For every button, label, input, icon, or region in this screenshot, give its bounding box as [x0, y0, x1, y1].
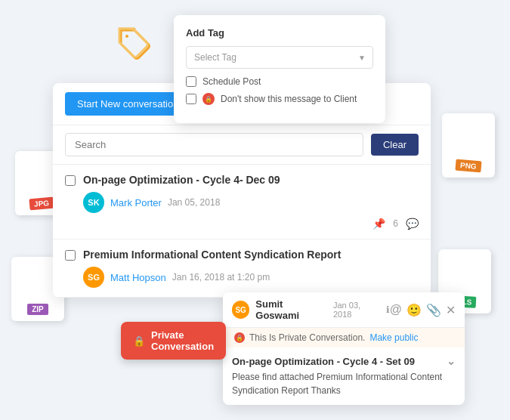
- date-1: Jan 05, 2018: [168, 197, 220, 208]
- search-bar: Clear: [53, 125, 431, 165]
- table-row[interactable]: Premium Informational Content Syndicatio…: [53, 239, 431, 298]
- conversation-meta-2: SG Matt Hopson Jan 16, 2018 at 1:20 pm: [83, 267, 419, 288]
- conversation-title-1: On-page Optimization - Cycle 4- Dec 09: [83, 174, 419, 186]
- comment-count-1: 6: [393, 218, 398, 229]
- private-notice: 🔒 This Is Private Conversation. Make pub…: [223, 328, 465, 347]
- conversation-meta-1: SK Mark Porter Jan 05, 2018: [83, 192, 419, 213]
- message-panel-actions: @ 🙂 📎 ✕: [390, 303, 456, 317]
- conversation-checkbox-2[interactable]: [65, 250, 76, 261]
- png-file-decoration: PNG: [442, 113, 495, 178]
- new-conversation-button[interactable]: Start New conversation: [65, 92, 190, 116]
- schedule-post-row[interactable]: Schedule Post: [186, 76, 373, 87]
- message-panel: SG Sumit Goswami Jan 03, 2018 ℹ @ 🙂 📎 ✕ …: [223, 292, 465, 405]
- lock-sm-icon: 🔒: [234, 332, 245, 343]
- at-icon[interactable]: @: [390, 303, 402, 317]
- add-tag-panel: Add Tag Select Tag ▼ Schedule Post 🔒 Don…: [174, 15, 385, 123]
- add-tag-title: Add Tag: [186, 27, 373, 39]
- conversation-checkbox-1[interactable]: [65, 175, 76, 186]
- search-input[interactable]: [65, 133, 363, 156]
- dont-show-checkbox[interactable]: [186, 94, 196, 104]
- private-notice-text: This Is Private Conversation.: [249, 332, 365, 343]
- make-public-link[interactable]: Make public: [369, 332, 418, 343]
- message-header: SG Sumit Goswami Jan 03, 2018 ℹ @ 🙂 📎 ✕: [223, 292, 465, 328]
- tag-icon: [113, 23, 155, 73]
- message-sender-avatar: SG: [232, 301, 249, 319]
- avatar-1: SK: [83, 192, 104, 213]
- comment-icon-1: 💬: [406, 218, 419, 230]
- dont-show-client-row[interactable]: 🔒 Don't show this message to Client: [186, 93, 373, 105]
- close-icon[interactable]: ✕: [446, 303, 456, 317]
- schedule-post-checkbox[interactable]: [186, 76, 196, 87]
- author-2: Matt Hopson: [110, 272, 166, 283]
- table-row[interactable]: On-page Optimization - Cycle 4- Dec 09 S…: [53, 165, 431, 239]
- message-sender: SG Sumit Goswami Jan 03, 2018 ℹ: [232, 298, 390, 321]
- message-body: Please find attached Premium Information…: [223, 370, 465, 405]
- private-badge-label: PrivateConversation: [151, 329, 214, 352]
- lock-icon: 🔒: [202, 93, 215, 105]
- date-2: Jan 16, 2018 at 1:20 pm: [172, 272, 270, 283]
- conversation-list: On-page Optimization - Cycle 4- Dec 09 S…: [53, 165, 431, 298]
- dont-show-label: Don't show this message to Client: [221, 94, 357, 104]
- message-date: Jan 03, 2018: [333, 301, 380, 319]
- tag-select[interactable]: Select Tag: [186, 46, 373, 69]
- clear-button[interactable]: Clear: [371, 134, 419, 156]
- message-sender-name: Sumit Goswami: [255, 298, 327, 321]
- pin-icon: 📌: [372, 218, 385, 230]
- lock-icon-badge: 🔒: [133, 335, 145, 347]
- conversation-title-2: Premium Informational Content Syndicatio…: [83, 249, 419, 261]
- message-title: On-page Optimization - Cycle 4 - Set 09 …: [223, 347, 465, 370]
- expand-icon[interactable]: ⌄: [447, 355, 456, 367]
- tag-select-wrapper[interactable]: Select Tag ▼: [186, 46, 373, 69]
- attachment-icon[interactable]: 📎: [426, 303, 441, 317]
- author-1: Mark Porter: [110, 197, 162, 208]
- emoji-icon[interactable]: 🙂: [406, 303, 422, 317]
- avatar-2: SG: [83, 267, 104, 288]
- private-conversation-badge: 🔒 PrivateConversation: [121, 322, 226, 360]
- conversation-actions-1: 📌 6 💬: [83, 218, 419, 230]
- png-label: PNG: [456, 159, 482, 173]
- jpg-label: JPG: [29, 197, 54, 211]
- zip-label: ZIP: [27, 304, 48, 315]
- message-title-text: On-page Optimization - Cycle 4 - Set 09: [232, 356, 415, 367]
- schedule-post-label: Schedule Post: [202, 76, 261, 87]
